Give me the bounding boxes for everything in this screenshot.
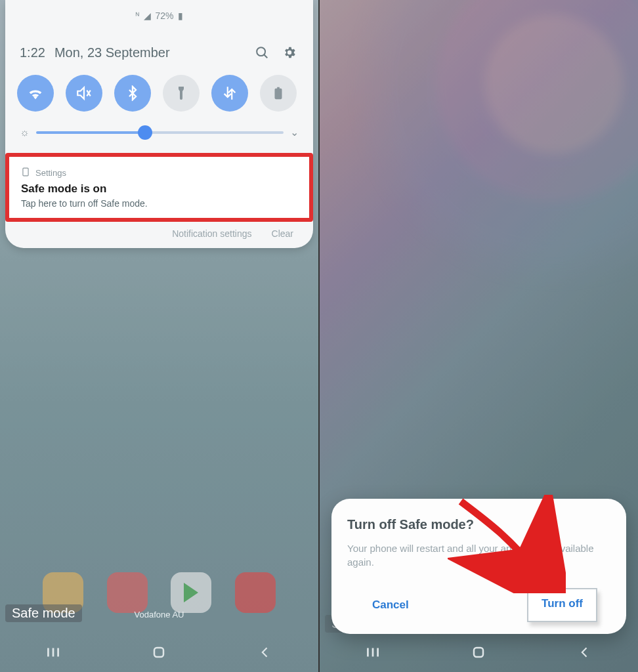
cancel-button[interactable]: Cancel (360, 592, 421, 618)
chevron-down-icon[interactable]: ⌄ (290, 126, 299, 138)
svg-line-1 (264, 54, 267, 58)
notification-body: Tap here to turn off Safe mode. (21, 198, 297, 209)
app-camera-icon[interactable] (235, 572, 276, 613)
turn-off-button[interactable]: Turn off (530, 591, 595, 617)
app-play-store-icon[interactable] (171, 572, 211, 613)
notification-shade[interactable]: ᴺ ◢ 72% ▮ 1:22 Mon, 23 September ☼ (5, 0, 313, 248)
qs-mute-icon[interactable] (66, 75, 102, 112)
notification-app-label: Settings (35, 168, 66, 178)
svg-rect-6 (154, 648, 163, 657)
battery-icon: ▮ (178, 10, 183, 21)
navigation-bar (320, 633, 638, 672)
nav-back-icon[interactable] (245, 639, 285, 665)
carrier-label: Vodafone AU (135, 610, 184, 620)
nav-recents-icon[interactable] (353, 639, 393, 665)
turn-off-safe-mode-dialog: Turn off Safe mode? Your phone will rest… (331, 499, 626, 635)
status-bar: ᴺ ◢ 72% ▮ (5, 0, 313, 32)
nav-back-icon[interactable] (565, 639, 605, 665)
notification-settings-link[interactable]: Notification settings (172, 228, 251, 239)
nav-home-icon[interactable] (139, 639, 179, 665)
annotation-highlight: Settings Safe mode is on Tap here to tur… (5, 153, 313, 222)
settings-icon (21, 167, 30, 178)
notification-title: Safe mode is on (21, 182, 297, 196)
qs-wifi-icon[interactable] (17, 75, 54, 112)
dialog-title: Turn off Safe mode? (347, 517, 610, 532)
signal-icon: ◢ (144, 10, 151, 21)
app-messages-icon[interactable] (107, 572, 148, 613)
svg-rect-2 (23, 168, 28, 176)
svg-point-0 (257, 47, 265, 56)
safe-mode-notification[interactable]: Settings Safe mode is on Tap here to tur… (9, 157, 309, 218)
shade-action-row: Notification settings Clear (5, 222, 313, 239)
phone-screenshot-right: Safe mode Turn off Safe mode? Your phone… (320, 0, 638, 672)
navigation-bar (0, 633, 318, 672)
qs-data-icon[interactable] (211, 75, 248, 112)
sun-icon: ☼ (20, 127, 30, 138)
qs-flashlight-icon[interactable] (163, 75, 200, 112)
quick-settings-row (5, 71, 313, 123)
nav-home-icon[interactable] (459, 639, 498, 665)
clear-notifications-link[interactable]: Clear (272, 228, 293, 239)
safe-mode-watermark: Safe mode (5, 604, 82, 622)
search-icon[interactable] (253, 43, 271, 62)
clock-time: 1:22 (20, 45, 45, 60)
dialog-body: Your phone will restart and all your app… (347, 541, 610, 570)
clock-date: Mon, 23 September (54, 45, 170, 60)
nav-recents-icon[interactable] (33, 639, 73, 665)
qs-bluetooth-icon[interactable] (114, 75, 151, 112)
svg-rect-11 (474, 648, 483, 657)
battery-percent: 72% (155, 10, 173, 21)
qs-battery-icon[interactable] (260, 75, 297, 112)
gear-icon[interactable] (280, 43, 299, 62)
brightness-slider[interactable]: ☼ ⌄ (5, 123, 313, 146)
phone-screenshot-left: ᴺ ◢ 72% ▮ 1:22 Mon, 23 September ☼ (0, 0, 318, 672)
annotation-highlight-box: Turn off (527, 588, 597, 622)
nfc-indicator: ᴺ (135, 10, 140, 21)
